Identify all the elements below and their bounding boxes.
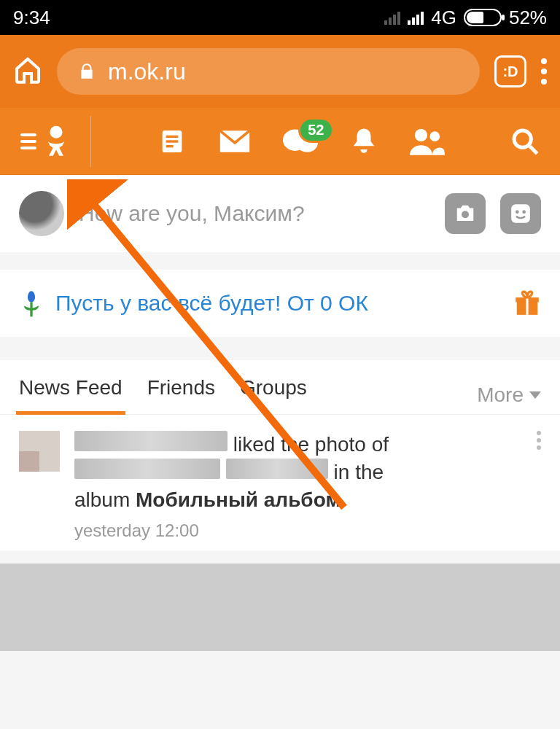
nav-discussions-button[interactable]: 52 (283, 126, 318, 157)
tab-friends[interactable]: Friends (147, 376, 215, 414)
promo-text: Пусть у вас всё будет! От 0 ОК (55, 291, 502, 316)
people-icon (410, 128, 445, 155)
svg-rect-12 (511, 204, 530, 223)
status-time: 9:34 (13, 7, 50, 29)
tab-more-label: More (477, 383, 524, 407)
menu-button[interactable] (20, 125, 69, 158)
bell-icon (350, 126, 378, 157)
redacted-name (74, 431, 228, 451)
redacted-extra (226, 459, 328, 479)
feed-tabs: News Feed Friends Groups More (0, 360, 560, 414)
svg-point-7 (414, 128, 427, 141)
feed-item: liked the photo of in the album Мобильны… (0, 414, 560, 550)
attach-sticker-button[interactable] (500, 193, 541, 234)
camera-icon (454, 204, 476, 223)
svg-point-9 (514, 130, 531, 147)
ok-logo-icon (44, 125, 69, 158)
feed-image[interactable] (0, 564, 560, 651)
svg-point-0 (50, 125, 63, 138)
svg-point-13 (516, 210, 519, 214)
tab-more[interactable]: More (477, 383, 541, 407)
compose-input[interactable]: How are you, Максим? (79, 201, 430, 226)
search-icon (510, 127, 540, 156)
tabs-label: :D (502, 63, 518, 80)
feed-item-menu[interactable] (537, 431, 541, 543)
album-name[interactable]: Мобильный альбом (136, 488, 341, 511)
feed-text: liked the photo of in the album Мобильны… (74, 431, 522, 543)
browser-menu-button[interactable] (541, 58, 547, 85)
gift-icon (513, 289, 541, 317)
compose-row: How are you, Максим? (0, 175, 560, 252)
envelope-icon (219, 129, 251, 154)
svg-point-14 (522, 210, 526, 214)
status-bar: 9:34 4G 52% (0, 0, 560, 35)
tab-news-feed[interactable]: News Feed (19, 376, 122, 414)
nav-friends-button[interactable] (410, 128, 445, 155)
tab-groups[interactable]: Groups (240, 376, 307, 414)
nav-notifications-button[interactable] (350, 126, 378, 157)
svg-rect-3 (166, 140, 178, 142)
nav-search-button[interactable] (510, 127, 540, 156)
user-avatar[interactable] (19, 191, 64, 236)
discussions-badge: 52 (298, 117, 333, 143)
app-nav: 52 (0, 108, 560, 175)
document-icon (158, 127, 187, 156)
network-label: 4G (431, 7, 456, 29)
redacted-owner (74, 459, 220, 479)
feed-timestamp: yesterday 12:00 (74, 519, 522, 542)
flower-icon (19, 289, 44, 318)
browser-home-button[interactable] (13, 55, 42, 87)
battery-percent: 52% (509, 7, 547, 29)
hamburger-icon (20, 133, 36, 149)
nav-feed-button[interactable] (158, 127, 187, 156)
tabs-button[interactable]: :D (494, 55, 526, 87)
lock-icon (77, 62, 96, 81)
svg-point-8 (429, 131, 440, 141)
status-right: 4G 52% (384, 7, 547, 29)
signal-icon (408, 10, 424, 25)
svg-rect-4 (166, 145, 173, 147)
svg-rect-17 (526, 297, 528, 315)
chevron-down-icon (529, 391, 541, 399)
address-bar[interactable]: m.ok.ru (57, 48, 480, 95)
nav-divider (90, 116, 91, 167)
battery-icon (464, 9, 502, 26)
svg-line-10 (530, 146, 537, 153)
promo-banner[interactable]: Пусть у вас всё будет! От 0 ОК (0, 270, 560, 337)
svg-rect-2 (166, 135, 178, 137)
signal-secondary-icon (384, 10, 400, 25)
svg-point-11 (462, 211, 469, 218)
address-url: m.ok.ru (108, 58, 186, 85)
browser-bar: m.ok.ru :D (0, 35, 560, 108)
nav-messages-button[interactable] (219, 129, 251, 154)
attach-photo-button[interactable] (445, 193, 486, 234)
feed-actor-avatar[interactable] (19, 431, 60, 472)
smiley-icon (510, 203, 531, 224)
